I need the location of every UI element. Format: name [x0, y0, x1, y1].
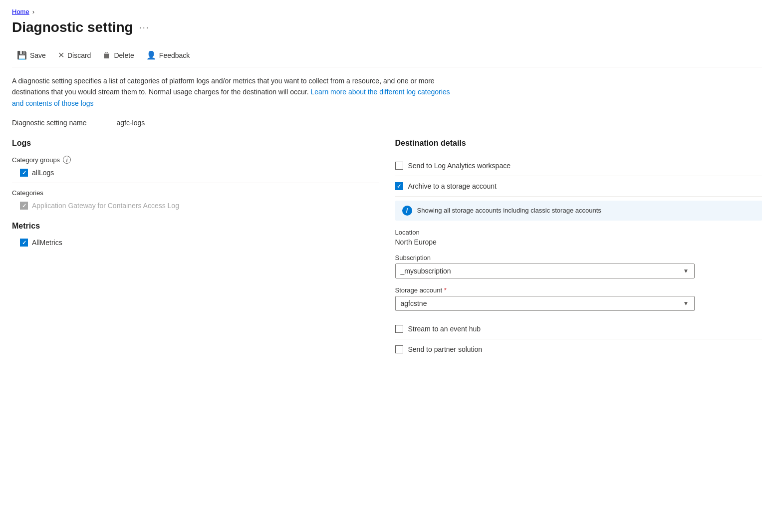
allMetrics-label[interactable]: AllMetrics	[32, 239, 62, 247]
description: A diagnostic setting specifies a list of…	[12, 75, 461, 109]
logs-section: Logs Category groups i ✓ allLogs Categ	[12, 139, 379, 210]
allMetrics-check: ✓	[22, 240, 26, 246]
allLogs-row: ✓ allLogs	[12, 169, 379, 177]
storage-account-field-label: Storage account *	[395, 286, 763, 294]
event-hub-label: Stream to an event hub	[408, 325, 481, 333]
left-panel: Logs Category groups i ✓ allLogs Categ	[12, 139, 379, 359]
allLogs-check: ✓	[22, 170, 26, 176]
setting-name-label: Diagnostic setting name	[12, 119, 86, 127]
location-field: Location North Europe	[395, 229, 763, 246]
toolbar: 💾 Save ✕ Discard 🗑 Delete 👤 Feedback	[12, 43, 762, 67]
subscription-chevron-icon: ▼	[683, 267, 689, 274]
main-content: Logs Category groups i ✓ allLogs Categ	[12, 139, 762, 359]
access-log-checkbox[interactable]: ✓	[20, 202, 28, 210]
home-link[interactable]: Home	[12, 8, 29, 15]
storage-account-chevron-icon: ▼	[683, 300, 689, 307]
more-options-button[interactable]: ···	[139, 22, 150, 33]
log-analytics-checkbox[interactable]	[395, 162, 403, 170]
storage-account-select[interactable]: agfcstne ▼	[395, 296, 695, 311]
divider-categories	[12, 183, 379, 183]
required-star: *	[444, 286, 447, 294]
page-title: Diagnostic setting	[12, 19, 133, 35]
discard-icon: ✕	[58, 50, 64, 60]
location-label: Location	[395, 229, 763, 236]
allMetrics-row: ✓ AllMetrics	[12, 239, 379, 247]
storage-account-check: ✓	[397, 183, 401, 190]
storage-account-row: ✓ Archive to a storage account	[395, 176, 763, 197]
right-panel: Destination details Send to Log Analytic…	[395, 139, 763, 359]
categories-section: Categories ✓ Application Gateway for Con…	[12, 189, 379, 210]
info-banner-icon: i	[402, 206, 412, 216]
storage-account-checkbox[interactable]: ✓	[395, 182, 403, 190]
feedback-button[interactable]: 👤 Feedback	[141, 47, 195, 63]
subscription-select[interactable]: _mysubscription ▼	[395, 264, 695, 278]
access-log-label: Application Gateway for Containers Acces…	[32, 202, 179, 210]
location-value: North Europe	[395, 238, 763, 246]
feedback-icon: 👤	[146, 50, 156, 60]
delete-icon: 🗑	[103, 51, 111, 60]
category-groups-label: Category groups i	[12, 156, 379, 164]
metrics-section: Metrics ✓ AllMetrics	[12, 222, 379, 247]
storage-account-value: agfcstne	[401, 299, 427, 307]
logs-section-title: Logs	[12, 139, 379, 148]
setting-name-value: agfc-logs	[116, 119, 145, 127]
partner-solution-checkbox[interactable]	[395, 345, 403, 353]
destination-section-title: Destination details	[395, 139, 763, 148]
allLogs-label[interactable]: allLogs	[32, 169, 54, 177]
info-banner-text: Showing all storage accounts including c…	[417, 206, 601, 216]
event-hub-row: Stream to an event hub	[395, 319, 763, 339]
storage-info-banner: i Showing all storage accounts including…	[395, 201, 763, 221]
page-title-row: Diagnostic setting ···	[12, 19, 762, 35]
partner-solution-label: Send to partner solution	[408, 345, 483, 353]
subscription-value: _mysubscription	[401, 267, 451, 275]
access-log-row: ✓ Application Gateway for Containers Acc…	[12, 202, 379, 210]
save-icon: 💾	[17, 50, 27, 60]
storage-account-label: Archive to a storage account	[408, 182, 497, 190]
storage-account-field: Storage account * agfcstne ▼	[395, 286, 763, 311]
event-hub-checkbox[interactable]	[395, 325, 403, 333]
partner-solution-row: Send to partner solution	[395, 339, 763, 359]
archive-section: i Showing all storage accounts including…	[395, 201, 763, 311]
category-groups-info-icon[interactable]: i	[63, 156, 71, 164]
log-analytics-row: Send to Log Analytics workspace	[395, 156, 763, 176]
breadcrumb-separator: ›	[32, 8, 34, 15]
setting-name-row: Diagnostic setting name agfc-logs	[12, 119, 762, 127]
subscription-label: Subscription	[395, 254, 763, 262]
allLogs-checkbox[interactable]: ✓	[20, 169, 28, 177]
categories-label: Categories	[12, 189, 379, 197]
breadcrumb: Home ›	[12, 8, 762, 15]
metrics-section-title: Metrics	[12, 222, 379, 231]
access-log-check: ✓	[22, 203, 26, 209]
subscription-field: Subscription _mysubscription ▼	[395, 254, 763, 278]
delete-button[interactable]: 🗑 Delete	[98, 48, 139, 63]
log-analytics-label: Send to Log Analytics workspace	[408, 162, 511, 170]
allMetrics-checkbox[interactable]: ✓	[20, 239, 28, 247]
save-button[interactable]: 💾 Save	[12, 47, 51, 63]
discard-button[interactable]: ✕ Discard	[53, 47, 96, 63]
